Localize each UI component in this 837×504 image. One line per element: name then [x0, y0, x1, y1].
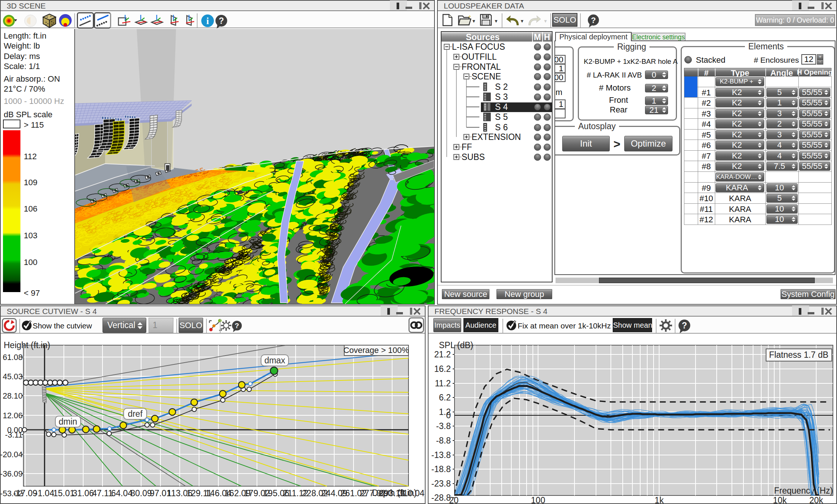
svg-text:?: ?	[682, 321, 687, 330]
svg-text:-20.04: -20.04	[0, 450, 23, 459]
svg-text:-3.11: -3.11	[5, 431, 23, 439]
svg-text:Flatness 1.7 dB: Flatness 1.7 dB	[769, 350, 828, 360]
svg-text:?: ?	[219, 16, 224, 26]
svg-text:?: ?	[591, 16, 596, 25]
svg-text:dmin: dmin	[59, 417, 77, 426]
svg-text:dref: dref	[128, 409, 143, 419]
svg-text:-3.8: -3.8	[436, 421, 451, 431]
svg-text:Height (ft.in): Height (ft.in)	[4, 340, 50, 350]
svg-text:31.06: 31.06	[72, 488, 94, 498]
svg-text:dmax: dmax	[264, 356, 286, 365]
svg-text:20: 20	[449, 495, 459, 504]
svg-text:28.10: 28.10	[3, 392, 23, 400]
svg-text:21.2: 21.2	[434, 350, 451, 359]
svg-text:1k: 1k	[655, 495, 664, 504]
svg-text:16.2: 16.2	[434, 364, 451, 374]
svg-text:80.09: 80.09	[130, 488, 152, 498]
svg-text:i: i	[206, 16, 209, 26]
svg-text:100: 100	[531, 495, 545, 504]
svg-text:11.2: 11.2	[435, 379, 451, 388]
svg-text:Depth (ft.in): Depth (ft.in)	[372, 488, 417, 498]
svg-text:47.11: 47.11	[92, 488, 113, 498]
svg-text:Frequency (Hz): Frequency (Hz)	[774, 486, 833, 495]
svg-text:Coverage > 100%: Coverage > 100%	[343, 346, 409, 355]
svg-text:-18.8: -18.8	[431, 464, 451, 474]
svg-text:64.04: 64.04	[111, 488, 133, 498]
svg-text:10k: 10k	[773, 495, 787, 504]
svg-text:0: 0	[446, 410, 451, 420]
svg-text:61.08: 61.08	[3, 353, 23, 362]
svg-text:45.03: 45.03	[3, 372, 23, 381]
svg-text:SPL (dB): SPL (dB)	[439, 340, 473, 350]
svg-text:-17.09: -17.09	[13, 488, 37, 498]
svg-text:6.2: 6.2	[439, 393, 451, 402]
svg-text:-13.8: -13.8	[431, 450, 451, 460]
svg-text:?: ?	[235, 322, 239, 330]
svg-text:-28.8: -28.8	[431, 493, 451, 503]
svg-text:-36.09: -36.09	[0, 469, 23, 478]
svg-text:-1.04: -1.04	[35, 488, 55, 498]
svg-text:15.01: 15.01	[53, 488, 75, 498]
svg-text:12.06: 12.06	[3, 411, 23, 420]
svg-text:20k: 20k	[809, 495, 823, 504]
svg-text:-8.8: -8.8	[436, 436, 451, 445]
svg-text:-23.8: -23.8	[431, 479, 451, 488]
